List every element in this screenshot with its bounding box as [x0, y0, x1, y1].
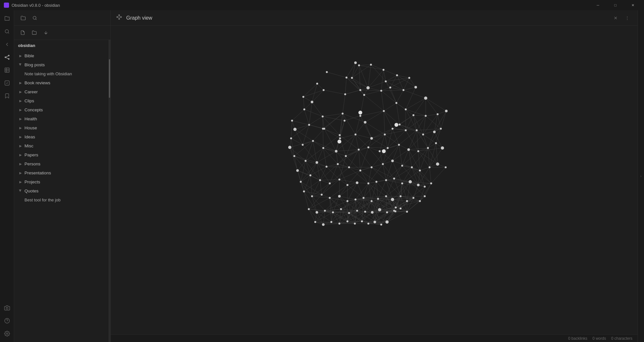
- graph-canvas[interactable]: [111, 26, 638, 334]
- svg-point-752: [424, 195, 426, 197]
- sort-button[interactable]: [41, 28, 50, 37]
- svg-point-705: [316, 161, 318, 164]
- svg-line-117: [340, 121, 345, 135]
- rail-search-icon[interactable]: [1, 26, 13, 37]
- svg-point-3: [8, 59, 9, 60]
- svg-point-781: [339, 134, 341, 136]
- rail-table-icon[interactable]: [1, 64, 13, 76]
- file-tree[interactable]: obsidian ▶ Bible ▶ Blog posts Note takin…: [14, 40, 109, 342]
- svg-line-296: [327, 167, 349, 167]
- svg-point-753: [308, 208, 310, 210]
- svg-point-722: [319, 179, 321, 181]
- panel-close-button[interactable]: ✕: [611, 13, 621, 23]
- svg-point-662: [344, 120, 346, 122]
- svg-line-352: [301, 182, 312, 196]
- rail-graph-icon[interactable]: [1, 51, 13, 63]
- sidebar-item-quotes[interactable]: ▶ Quotes: [14, 186, 109, 195]
- svg-point-708: [348, 166, 350, 168]
- svg-point-747: [391, 198, 394, 201]
- sidebar-item-ideas[interactable]: ▶ Ideas: [14, 132, 109, 141]
- svg-line-143: [438, 111, 446, 114]
- sidebar-scrollbar[interactable]: [109, 40, 110, 342]
- word-count: 0 words: [592, 336, 606, 341]
- rail-camera-icon[interactable]: [1, 302, 13, 314]
- rail-tasks-icon[interactable]: [1, 77, 13, 89]
- sidebar-scroll-wrapper: obsidian ▶ Bible ▶ Blog posts Note takin…: [14, 40, 110, 342]
- svg-point-648: [302, 96, 304, 98]
- svg-line-172: [372, 134, 385, 138]
- svg-line-229: [336, 150, 359, 151]
- svg-point-684: [433, 131, 436, 133]
- svg-point-655: [402, 89, 404, 91]
- chevron-right-icon: ▶: [18, 107, 23, 112]
- scrollbar-thumb: [109, 59, 110, 98]
- svg-line-356: [310, 175, 312, 196]
- sidebar-item-misc[interactable]: ▶ Misc: [14, 141, 109, 150]
- sidebar-item-note-taking[interactable]: Note taking with Obsidian: [14, 69, 109, 78]
- svg-line-73: [309, 102, 312, 125]
- svg-point-716: [429, 166, 431, 168]
- svg-line-45: [303, 84, 317, 97]
- app-icon: [4, 3, 9, 8]
- rail-bookmark-icon[interactable]: [1, 90, 13, 102]
- sidebar-search-btn[interactable]: [30, 13, 40, 23]
- sidebar-item-projects[interactable]: ▶ Projects: [14, 177, 109, 186]
- rail-settings-icon[interactable]: [1, 328, 13, 339]
- svg-line-298: [320, 167, 327, 180]
- sidebar-item-book-reviews[interactable]: ▶ Book reviews: [14, 78, 109, 87]
- svg-point-685: [440, 128, 442, 130]
- svg-line-198: [423, 129, 441, 134]
- svg-line-247: [360, 147, 368, 171]
- svg-line-263: [402, 150, 409, 166]
- svg-line-121: [365, 122, 385, 134]
- svg-point-652: [359, 89, 361, 91]
- svg-point-756: [332, 211, 334, 213]
- svg-line-153: [295, 129, 303, 145]
- sidebar-item-bible[interactable]: ▶ Bible: [14, 51, 109, 60]
- nav-back-icon[interactable]: [1, 39, 13, 50]
- svg-line-94: [426, 98, 438, 114]
- sidebar-item-health[interactable]: ▶ Health: [14, 114, 109, 123]
- svg-line-185: [388, 129, 393, 148]
- svg-point-739: [329, 197, 331, 199]
- svg-line-395: [386, 180, 393, 199]
- sidebar-item-papers[interactable]: ▶ Papers: [14, 150, 109, 159]
- rail-files-icon[interactable]: [1, 13, 13, 24]
- svg-line-148: [441, 111, 446, 129]
- right-panel-toggle[interactable]: ›: [638, 10, 644, 342]
- svg-line-634: [323, 129, 340, 135]
- svg-line-122: [384, 103, 396, 111]
- sidebar-item-blog-posts[interactable]: ▶ Blog posts: [14, 60, 109, 69]
- svg-line-112: [345, 116, 360, 121]
- svg-line-142: [426, 116, 441, 129]
- sidebar-item-clips[interactable]: ▶ Clips: [14, 96, 109, 105]
- svg-line-417: [418, 183, 431, 185]
- svg-point-653: [380, 90, 382, 92]
- svg-line-227: [323, 129, 323, 148]
- svg-line-119: [355, 122, 365, 134]
- rail-help-icon[interactable]: [1, 315, 13, 327]
- svg-point-660: [342, 113, 344, 115]
- svg-point-746: [385, 195, 387, 197]
- new-note-button[interactable]: [18, 28, 27, 37]
- close-button[interactable]: ✕: [625, 0, 640, 10]
- svg-point-737: [311, 195, 313, 197]
- sidebar-item-career[interactable]: ▶ Career: [14, 87, 109, 96]
- sidebar-item-concepts[interactable]: ▶ Concepts: [14, 105, 109, 114]
- svg-point-694: [367, 146, 369, 148]
- sidebar-folder-btn[interactable]: [18, 13, 28, 23]
- maximize-button[interactable]: □: [608, 0, 623, 10]
- svg-point-11: [6, 307, 8, 309]
- sidebar-item-best-tool[interactable]: Best tool for the job: [14, 195, 109, 204]
- svg-line-290: [317, 162, 327, 167]
- svg-point-647: [323, 89, 325, 91]
- panel-more-button[interactable]: ⋮: [622, 13, 632, 23]
- new-folder-button[interactable]: [30, 28, 39, 37]
- sidebar-item-presentations[interactable]: ▶ Presentations: [14, 168, 109, 177]
- svg-line-320: [383, 164, 394, 179]
- minimize-button[interactable]: ─: [591, 0, 605, 10]
- svg-point-741: [346, 200, 348, 202]
- sidebar-item-house[interactable]: ▶ House: [14, 123, 109, 132]
- svg-line-124: [384, 111, 393, 129]
- sidebar-item-persons[interactable]: ▶ Persons: [14, 159, 109, 168]
